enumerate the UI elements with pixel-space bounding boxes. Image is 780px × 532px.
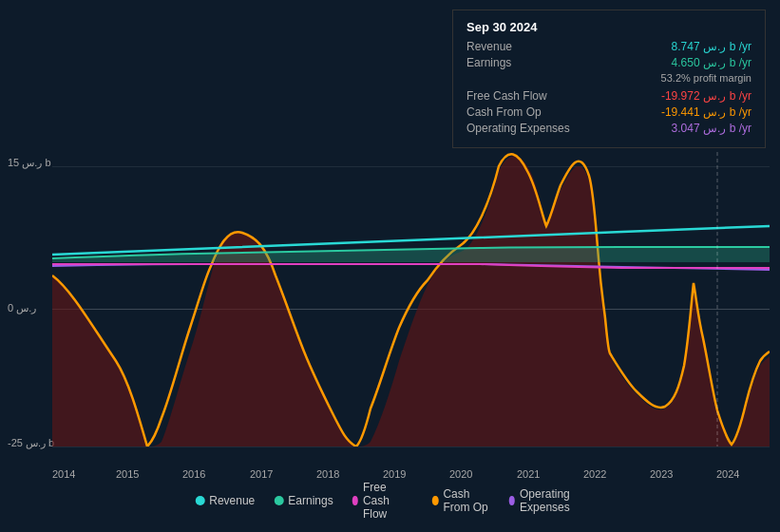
legend-label-fcf: Free Cash Flow (363, 481, 413, 521)
x-label-2022: 2022 (583, 468, 606, 480)
grid-line-bottom (52, 446, 770, 447)
x-label-2021: 2021 (517, 468, 540, 480)
y-label-top: 15 ر.س b (8, 157, 51, 169)
tooltip-row-fcf: Free Cash Flow -19.972 ر.س b /yr (466, 89, 751, 103)
x-label-2015: 2015 (116, 468, 139, 480)
legend-label-earnings: Earnings (288, 494, 333, 507)
earnings-value: 4.650 ر.س b /yr (672, 56, 751, 69)
legend-dot-cashop (432, 496, 438, 505)
legend-item-revenue: Revenue (195, 494, 255, 507)
legend-dot-opex (509, 496, 515, 505)
margin-value: 53.2% profit margin (661, 72, 751, 84)
legend: Revenue Earnings Free Cash Flow Cash Fro… (195, 481, 585, 521)
y-label-bottom: -25 ر.س b (8, 437, 54, 449)
tooltip-box: Sep 30 2024 Revenue 8.747 ر.س b /yr Earn… (452, 10, 766, 148)
legend-dot-revenue (195, 496, 204, 505)
x-label-2023: 2023 (650, 468, 673, 480)
revenue-value: 8.747 ر.س b /yr (672, 40, 751, 53)
tooltip-date: Sep 30 2024 (466, 20, 751, 34)
opex-value: 3.047 ر.س b /yr (672, 122, 751, 135)
x-label-2014: 2014 (52, 468, 75, 480)
earnings-label: Earnings (466, 56, 511, 69)
fcf-value: -19.972 ر.س b /yr (661, 89, 751, 103)
legend-dot-fcf (352, 496, 358, 505)
fcf-label: Free Cash Flow (466, 89, 547, 103)
x-label-2019: 2019 (383, 468, 406, 480)
y-label-middle: 0 ر.س (8, 302, 36, 314)
x-label-2024: 2024 (716, 468, 739, 480)
legend-label-opex: Operating Expenses (520, 487, 585, 514)
legend-dot-earnings (274, 496, 283, 505)
revenue-label: Revenue (466, 40, 512, 53)
tooltip-row-opex: Operating Expenses 3.047 ر.س b /yr (466, 122, 751, 135)
tooltip-row-earnings: Earnings 4.650 ر.س b /yr (466, 56, 751, 69)
legend-item-earnings: Earnings (274, 494, 333, 507)
legend-item-opex: Operating Expenses (509, 487, 585, 514)
legend-label-revenue: Revenue (209, 494, 255, 507)
cashop-value: -19.441 ر.س b /yr (661, 105, 751, 119)
legend-item-cashop: Cash From Op (432, 487, 490, 514)
opex-label: Operating Expenses (466, 122, 570, 135)
x-label-2020: 2020 (449, 468, 472, 480)
x-label-2017: 2017 (250, 468, 273, 480)
tooltip-row-margin: 53.2% profit margin (466, 72, 751, 86)
chart-container: Sep 30 2024 Revenue 8.747 ر.س b /yr Earn… (0, 0, 780, 532)
legend-item-fcf: Free Cash Flow (352, 481, 413, 521)
x-label-2018: 2018 (316, 468, 339, 480)
chart-svg (52, 152, 770, 446)
tooltip-row-revenue: Revenue 8.747 ر.س b /yr (466, 40, 751, 53)
x-label-2016: 2016 (182, 468, 205, 480)
tooltip-row-cashop: Cash From Op -19.441 ر.س b /yr (466, 105, 751, 119)
legend-label-cashop: Cash From Op (443, 487, 489, 514)
cashop-label: Cash From Op (466, 105, 542, 119)
